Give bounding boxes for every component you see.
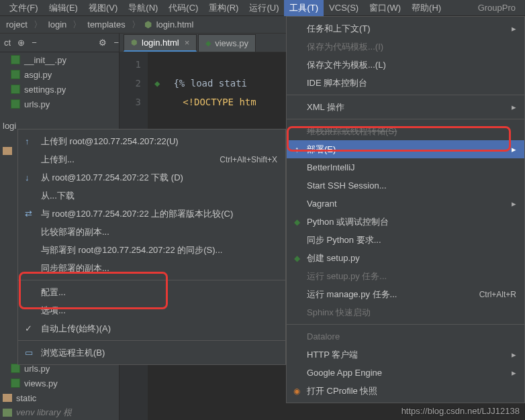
folder-icon — [3, 394, 12, 402]
submenu-arrow-icon: ▸ — [512, 350, 516, 360]
menu-separator — [287, 119, 524, 119]
menu-tools[interactable]: 工具(T) — [284, 0, 324, 16]
close-icon[interactable]: × — [185, 38, 190, 48]
python-icon: ◆ — [292, 254, 301, 263]
menu-item-run-manage[interactable]: 运行 manage.py 任务...Ctrl+Alt+R — [287, 285, 524, 303]
deploy-compare-copy[interactable]: 比较部署的副本... — [18, 223, 285, 241]
chevron-right-icon: 〉 — [68, 19, 85, 31]
python-file-icon — [11, 85, 20, 94]
profile-icon: ◉ — [292, 386, 301, 396]
menu-separator — [18, 280, 285, 280]
menu-edit[interactable]: 编辑(E) — [44, 0, 83, 16]
python-file-icon: ◆ — [205, 39, 211, 48]
python-file-icon — [11, 378, 20, 388]
menu-item-http-client[interactable]: HTTP 客户端▸ — [287, 346, 524, 364]
menu-view[interactable]: 视图(V) — [83, 0, 123, 16]
menu-help[interactable]: 帮助(H) — [406, 0, 446, 16]
menu-item-sync-python[interactable]: 同步 Python 要求... — [287, 231, 524, 249]
python-file-icon — [11, 55, 20, 64]
submenu-arrow-icon: ▸ — [512, 199, 516, 209]
submenu-arrow-icon: ▸ — [512, 102, 516, 112]
folder-static[interactable]: static — [0, 390, 119, 405]
menu-item-deploy[interactable]: ↑部署(E)▸ — [287, 140, 524, 158]
menu-vcs[interactable]: VCS(S) — [324, 1, 364, 15]
menu-window[interactable]: 窗口(W) — [364, 0, 406, 16]
chevron-right-icon: 〉 — [128, 19, 144, 31]
deploy-download-from[interactable]: 从...下载 — [18, 187, 285, 205]
menu-item-cprofile[interactable]: ◉打开 CProfile 快照 — [287, 382, 524, 400]
upload-icon: ↑ — [25, 136, 30, 146]
menu-item-save-file-template[interactable]: 保存文件为模板...(L) — [287, 56, 524, 74]
breadcrumb-item[interactable]: login.html — [154, 19, 196, 30]
menu-separator — [287, 324, 524, 325]
menu-item-run-setup: 运行 setup.py 任务... — [287, 267, 524, 285]
menu-navigate[interactable]: 导航(N) — [123, 0, 163, 16]
deploy-options[interactable]: 选项... — [18, 301, 285, 319]
project-name-partial: GroupPro — [478, 3, 525, 13]
menu-item-gae[interactable]: Google App Engine▸ — [287, 364, 524, 382]
menu-item-xml[interactable]: XML 操作▸ — [287, 98, 524, 116]
file-init[interactable]: __init__.py — [0, 52, 119, 67]
sidebar-toolbar: ct ⊕ − ⚙ − — [0, 34, 119, 52]
chevron-right-icon: 〉 — [30, 19, 46, 31]
breadcrumb-item[interactable]: roject — [4, 19, 30, 30]
tools-menu: 任务和上下文(T)▸ 保存为代码模板...(I) 保存文件为模板...(L) I… — [286, 16, 525, 403]
deploy-upload-to[interactable]: 上传到...Ctrl+Alt+Shift+X — [18, 150, 285, 168]
deploy-submenu: ↑上传到 root@120.77.254.207:22(U) 上传到...Ctr… — [17, 129, 286, 365]
minus-icon[interactable]: − — [32, 38, 37, 48]
deploy-download-from-host[interactable]: ↓从 root@120.77.254.207:22 下载 (D) — [18, 168, 285, 187]
menu-item-ssh[interactable]: Start SSH Session... — [287, 176, 524, 195]
compare-icon: ⇄ — [25, 209, 32, 219]
gear-icon[interactable]: ⚙ — [99, 38, 107, 48]
menu-item-datalore: Datalore — [287, 327, 524, 346]
menu-item-sphinx: Sphinx 快速启动 — [287, 303, 524, 321]
file-settings[interactable]: settings.py — [0, 82, 119, 97]
html-file-icon: ⬢ — [144, 19, 152, 30]
sidebar-label: ct — [4, 38, 11, 48]
submenu-arrow-icon: ▸ — [512, 23, 516, 34]
menu-item-tasks[interactable]: 任务和上下文(T)▸ — [287, 19, 524, 38]
menu-file[interactable]: 文件(F) — [4, 0, 44, 16]
upload-icon: ↑ — [292, 145, 301, 154]
tab-views-py[interactable]: ◆ views.py — [198, 34, 256, 52]
menubar: 文件(F) 编辑(E) 视图(V) 导航(N) 代码(C) 重构(R) 运行(U… — [0, 0, 525, 16]
python-icon: ◆ — [292, 217, 301, 227]
menu-item-save-template: 保存为代码模板...(I) — [287, 38, 524, 56]
download-icon: ↓ — [25, 172, 30, 182]
menu-code[interactable]: 代码(C) — [163, 0, 203, 16]
folder-venv[interactable]: venv library 根 — [0, 405, 119, 420]
tab-login-html[interactable]: ⬢ login.html × — [124, 34, 197, 52]
breadcrumb-item[interactable]: templates — [85, 19, 127, 30]
folder-icon — [3, 147, 12, 155]
menu-item-ide-console[interactable]: IDE 脚本控制台 — [287, 74, 524, 92]
deploy-upload-to-host[interactable]: ↑上传到 root@120.77.254.207:22(U) — [18, 132, 285, 150]
menu-run[interactable]: 运行(U) — [244, 0, 284, 16]
deploy-browse-remote[interactable]: ▭浏览远程主机(B) — [18, 344, 285, 362]
menu-item-stacktrace: 堆栈跟踪或线程转储(S) — [287, 122, 524, 140]
deploy-sync-copy[interactable]: 同步部署的副本... — [18, 259, 285, 277]
file-views[interactable]: views.py — [0, 376, 119, 390]
deploy-sync-host[interactable]: 与部署到 root@120.77.254.207:22 的同步(S)... — [18, 241, 285, 259]
breadcrumb-item[interactable]: login — [46, 19, 68, 30]
python-file-icon — [11, 70, 20, 79]
menu-separator — [18, 340, 285, 341]
watermark: https://blog.csdn.net/LJJ12138 — [401, 406, 520, 416]
menu-item-vagrant[interactable]: Vagrant▸ — [287, 195, 524, 213]
menu-item-betterintellij[interactable]: BetterIntelliJ — [287, 158, 524, 176]
deploy-configure[interactable]: 配置... — [18, 283, 285, 301]
submenu-arrow-icon: ▸ — [512, 144, 516, 154]
hide-icon[interactable]: − — [113, 38, 119, 48]
check-icon: ✓ — [25, 323, 32, 333]
menu-refactor[interactable]: 重构(R) — [203, 0, 244, 16]
deploy-compare-host[interactable]: ⇄与 root@120.77.254.207:22 上的部署版本比较(C) — [18, 205, 285, 223]
file-asgi[interactable]: asgi.py — [0, 67, 119, 82]
html-file-icon: ⬢ — [131, 38, 138, 47]
deploy-auto-upload[interactable]: ✓自动上传(始终)(A) — [18, 319, 285, 337]
file-urls[interactable]: urls.py — [0, 97, 119, 111]
menu-item-create-setup[interactable]: ◆创建 setup.py — [287, 249, 524, 267]
library-icon — [3, 409, 12, 417]
host-icon: ▭ — [25, 348, 33, 358]
python-file-icon — [11, 99, 20, 109]
menu-item-python-console[interactable]: ◆Python 或调试控制台 — [287, 213, 524, 231]
collapse-icon[interactable]: ⊕ — [17, 38, 25, 48]
